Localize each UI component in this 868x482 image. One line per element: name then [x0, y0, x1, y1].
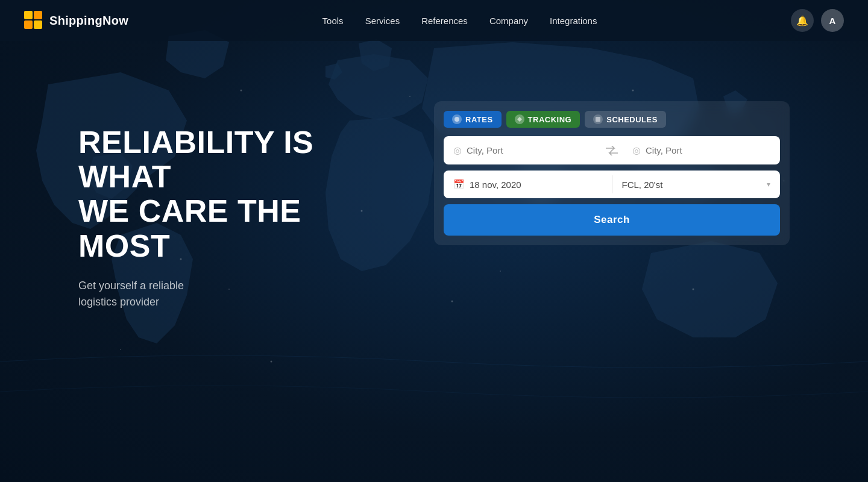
destination-field[interactable]: ◎: [623, 136, 780, 164]
widget-tabs: RATES TRACKING SCHEDULES: [444, 111, 780, 128]
hero-subtitle-line2: logistics provider: [78, 296, 159, 308]
date-picker[interactable]: 📅 18 nov, 2020: [444, 171, 612, 198]
notification-button[interactable]: 🔔: [791, 9, 814, 32]
search-button[interactable]: Search: [444, 204, 780, 236]
hero-title-line1: RELIABILITY IS WHAT: [78, 125, 313, 194]
hero-subtitle-line1: Get yourself a reliable: [78, 280, 184, 292]
rates-tab-label: RATES: [465, 115, 493, 124]
tab-tracking[interactable]: TRACKING: [506, 111, 580, 128]
svg-rect-17: [34, 11, 42, 19]
user-avatar-button[interactable]: A: [821, 9, 844, 32]
schedules-icon-svg: [595, 116, 601, 122]
nav-integrations[interactable]: Integrations: [550, 16, 597, 26]
avatar-label: A: [829, 16, 836, 26]
destination-input[interactable]: [646, 145, 770, 155]
hero-title: RELIABILITY IS WHAT WE CARE THE MOST: [78, 125, 392, 263]
tracking-tab-icon: [515, 114, 524, 124]
nav-services[interactable]: Services: [365, 16, 400, 26]
svg-point-8: [271, 361, 272, 363]
port-input-row: ◎ ◎: [444, 136, 780, 164]
tab-rates[interactable]: RATES: [444, 111, 502, 128]
container-value: FCL, 20'st: [622, 180, 663, 190]
search-widget: RATES TRACKING SCHEDULES: [434, 101, 790, 245]
schedules-tab-icon: [593, 114, 603, 124]
nav-actions: 🔔 A: [791, 9, 844, 32]
nav-references[interactable]: References: [421, 16, 468, 26]
hero-text: RELIABILITY IS WHAT WE CARE THE MOST Get…: [78, 101, 392, 310]
swap-icon: [606, 146, 618, 155]
origin-input[interactable]: [467, 145, 591, 155]
tracking-tab-label: TRACKING: [528, 115, 572, 124]
hero-subtitle: Get yourself a reliable logistics provid…: [78, 278, 392, 310]
date-value: 18 nov, 2020: [470, 180, 521, 190]
rates-tab-icon: [452, 114, 462, 124]
origin-location-icon: ◎: [453, 145, 462, 156]
svg-rect-16: [24, 11, 33, 19]
navbar: ShippingNow Tools Services References Co…: [0, 0, 868, 41]
hero-title-line2: WE CARE THE MOST: [78, 193, 301, 263]
svg-point-10: [120, 349, 121, 350]
svg-rect-21: [596, 117, 600, 122]
rates-icon-svg: [454, 116, 460, 122]
origin-field[interactable]: ◎: [444, 136, 601, 164]
destination-location-icon: ◎: [632, 145, 641, 156]
nav-company[interactable]: Company: [489, 16, 528, 26]
logo[interactable]: ShippingNow: [24, 11, 128, 30]
brand-name: ShippingNow: [49, 14, 128, 28]
tab-schedules[interactable]: SCHEDULES: [585, 111, 666, 128]
svg-rect-19: [34, 20, 42, 29]
schedules-tab-label: SCHEDULES: [606, 115, 658, 124]
hero-content: RELIABILITY IS WHAT WE CARE THE MOST Get…: [0, 41, 868, 310]
chevron-down-icon: ▾: [767, 180, 770, 189]
bell-icon: 🔔: [796, 15, 808, 27]
nav-links: Tools Services References Company Integr…: [322, 16, 597, 26]
swap-button[interactable]: [601, 140, 623, 161]
container-type-select[interactable]: FCL, 20'st ▾: [612, 171, 781, 198]
nav-tools[interactable]: Tools: [322, 16, 344, 26]
logo-icon: [24, 11, 43, 30]
tracking-icon-svg: [517, 116, 523, 122]
calendar-icon: 📅: [453, 179, 465, 190]
svg-rect-18: [24, 20, 33, 29]
date-container-row: 📅 18 nov, 2020 FCL, 20'st ▾: [444, 171, 780, 198]
svg-point-20: [454, 117, 459, 122]
